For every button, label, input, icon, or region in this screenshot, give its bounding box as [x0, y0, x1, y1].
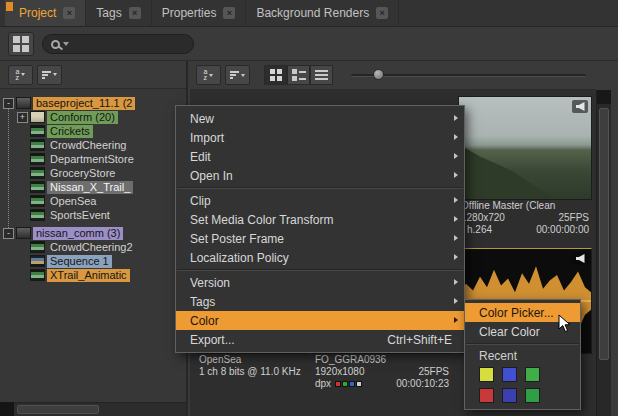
- menu-separator: [177, 269, 463, 271]
- tab-label: Background Renders: [256, 6, 369, 20]
- menu-item-version[interactable]: Version: [176, 273, 464, 292]
- clip-fps: 25FPS: [418, 366, 449, 378]
- channel-blue-icon: [349, 381, 355, 387]
- horizontal-scrollbar[interactable]: [0, 402, 186, 416]
- scrollbar-top-button[interactable]: [597, 90, 611, 104]
- submenu-arrow-icon: [454, 216, 458, 222]
- slider-track[interactable]: [351, 74, 586, 77]
- menu-item-export[interactable]: Export... Ctrl+Shift+E: [176, 330, 464, 349]
- tab-label: Properties: [162, 6, 217, 20]
- clip-format-row: 1920x1080 25FPS: [312, 366, 452, 378]
- project-tree-panel: - baseproject_11.1 (2 + Conform (20) Cri…: [0, 61, 188, 416]
- color-swatch[interactable]: [479, 388, 494, 403]
- vertical-scrollbar[interactable]: [596, 90, 611, 416]
- tree-item-label: DepartmentStore: [47, 153, 137, 166]
- menu-item-import[interactable]: Import: [176, 128, 464, 147]
- tree-item[interactable]: - baseproject_11.1 (2: [0, 96, 186, 110]
- menu-separator: [177, 187, 463, 189]
- tree-item-label: SportsEvent: [47, 209, 113, 222]
- color-swatch[interactable]: [525, 367, 540, 382]
- submenu-arrow-icon: [454, 235, 458, 241]
- collapse-icon[interactable]: -: [3, 228, 14, 239]
- close-icon[interactable]: ×: [63, 7, 75, 19]
- scrollbar-thumb[interactable]: [17, 405, 99, 414]
- tree-item[interactable]: Sequence 1: [0, 254, 186, 268]
- tree-item[interactable]: OpenSea: [0, 194, 186, 208]
- tab-background-renders[interactable]: Background Renders ×: [246, 0, 399, 26]
- menu-item-set-poster-frame[interactable]: Set Poster Frame: [176, 229, 464, 248]
- menu-item-open-in[interactable]: Open In: [176, 166, 464, 185]
- clip-codec-row: dpx 00:00:10:23: [312, 378, 452, 390]
- scrollbar-thumb[interactable]: [599, 108, 609, 360]
- clip-cell-offline-master[interactable]: Offline Master (Clean 1280x720 25FPS h.2…: [458, 96, 592, 236]
- menu-item-tags[interactable]: Tags: [176, 292, 464, 311]
- tree-item[interactable]: SportsEvent: [0, 208, 186, 222]
- search-box[interactable]: [42, 34, 194, 54]
- clip-fps: 25FPS: [558, 212, 589, 224]
- tree-item[interactable]: CrowdCheering2: [0, 240, 186, 254]
- tree-item[interactable]: XTrail_Animatic: [0, 268, 186, 282]
- recent-swatch-row: [465, 364, 580, 385]
- expand-icon[interactable]: +: [17, 112, 28, 123]
- menu-item-localization-policy[interactable]: Localization Policy: [176, 248, 464, 267]
- menu-item-new[interactable]: New: [176, 109, 464, 128]
- sort-alphabetical-button[interactable]: [8, 65, 33, 85]
- clip-name: FO_GGRA0936: [312, 354, 452, 366]
- slider-handle[interactable]: [373, 69, 384, 80]
- sort-order-button[interactable]: [225, 65, 250, 85]
- thumbnail-list-view-button[interactable]: [287, 65, 310, 85]
- sort-alpha-icon: [204, 69, 208, 81]
- close-icon[interactable]: ×: [129, 7, 141, 19]
- list-view-button[interactable]: [310, 65, 333, 85]
- color-swatch[interactable]: [502, 388, 517, 403]
- tree-item-label: CrowdCheering2: [47, 241, 136, 254]
- thumbnail-zoom-slider[interactable]: [351, 65, 586, 85]
- clip-timecode: 00:00:00:00: [536, 224, 589, 236]
- sort-order-button[interactable]: [37, 65, 62, 85]
- tree-item-label: Conform (20): [47, 111, 118, 124]
- bin-view-toggle-button[interactable]: [8, 32, 34, 56]
- grid-icon: [13, 36, 20, 43]
- tree-item[interactable]: DepartmentStore: [0, 152, 186, 166]
- menu-item-clip[interactable]: Clip: [176, 191, 464, 210]
- chevron-down-icon[interactable]: [63, 42, 69, 46]
- tab-label: Project: [19, 6, 56, 20]
- clip-thumbnail[interactable]: [458, 96, 592, 200]
- tab-properties[interactable]: Properties ×: [152, 0, 247, 26]
- tree-item[interactable]: - nissan_comm (3): [0, 226, 186, 240]
- color-swatch[interactable]: [479, 367, 494, 382]
- arrow-down-icon: [209, 74, 213, 77]
- bin-icon: [16, 97, 31, 109]
- tree-item-label: baseproject_11.1 (2: [33, 97, 135, 110]
- tree-item-label: XTrail_Animatic: [47, 269, 130, 282]
- menu-item-set-media-color-transform[interactable]: Set Media Color Transform: [176, 210, 464, 229]
- tree-item-label: Crickets: [47, 125, 93, 138]
- recent-swatch-row: [465, 385, 580, 406]
- tree-item[interactable]: CrowdCheering: [0, 138, 186, 152]
- color-swatch[interactable]: [525, 388, 540, 403]
- tree-item[interactable]: Crickets: [0, 124, 186, 138]
- collapse-icon[interactable]: -: [3, 98, 14, 109]
- audio-badge: [572, 100, 588, 113]
- top-toolbar: [0, 28, 618, 61]
- tab-project[interactable]: Project ×: [5, 0, 86, 26]
- grid-view-button[interactable]: [264, 65, 287, 85]
- thumbnail-list-icon: [292, 69, 306, 81]
- tree-item[interactable]: GroceryStore: [0, 166, 186, 180]
- menu-item-edit[interactable]: Edit: [176, 147, 464, 166]
- clip-name: Offline Master (Clean: [458, 200, 592, 212]
- close-icon[interactable]: ×: [376, 7, 388, 19]
- menu-item-color[interactable]: Color: [176, 311, 464, 330]
- channel-alpha-icon: [356, 381, 362, 387]
- close-icon[interactable]: ×: [223, 7, 235, 19]
- submenu-arrow-icon: [454, 254, 458, 260]
- sort-alphabetical-button[interactable]: [196, 65, 221, 85]
- clip-icon: [30, 195, 45, 207]
- tree-item-selected[interactable]: Nissan_X_Trail_: [0, 180, 186, 194]
- tab-tags[interactable]: Tags ×: [86, 0, 151, 26]
- audio-badge: [572, 252, 588, 265]
- search-input[interactable]: [72, 38, 185, 50]
- color-swatch[interactable]: [502, 367, 517, 382]
- tree-item[interactable]: + Conform (20): [0, 110, 186, 124]
- clip-icon: [30, 209, 45, 221]
